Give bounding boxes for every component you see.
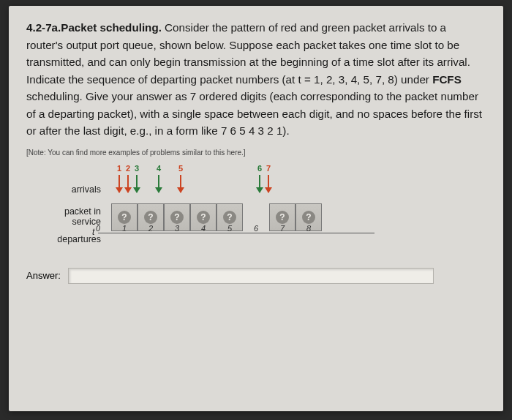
qmark-icon: ? bbox=[197, 211, 210, 224]
arrivals-label: arrivals bbox=[53, 184, 111, 195]
arrival-num-2: 2 bbox=[124, 164, 132, 173]
departures-label: departures bbox=[53, 234, 111, 244]
qmark-icon: ? bbox=[302, 211, 315, 224]
arrival-arrow-2 bbox=[127, 175, 129, 192]
tick-6: 6 bbox=[249, 224, 263, 233]
arrival-num-3: 3 bbox=[132, 164, 141, 173]
arrival-arrow-4 bbox=[158, 175, 159, 192]
qmark-icon: ? bbox=[118, 211, 131, 224]
tick-8: 8 bbox=[301, 224, 316, 233]
arrival-num-1: 1 bbox=[115, 164, 124, 173]
time-axis: t 012345678 bbox=[111, 233, 374, 246]
qmark-icon: ? bbox=[276, 211, 289, 224]
arrival-num-6: 6 bbox=[255, 164, 264, 173]
tick-1: 1 bbox=[117, 224, 132, 233]
qmark-icon: ? bbox=[223, 211, 236, 224]
arrival-arrow-1 bbox=[118, 175, 120, 192]
tick-4: 4 bbox=[196, 224, 211, 233]
note-text: [Note: You can find more examples of pro… bbox=[26, 149, 486, 157]
arrival-num-7: 7 bbox=[264, 164, 273, 173]
tick-0: 0 bbox=[91, 224, 105, 233]
arrival-arrow-3 bbox=[136, 175, 138, 192]
answer-input[interactable] bbox=[68, 268, 434, 284]
arrivals-timeline: 1234567 bbox=[111, 176, 374, 203]
arrival-arrow-5 bbox=[180, 175, 181, 192]
arrival-arrow-7 bbox=[268, 175, 269, 192]
qmark-icon: ? bbox=[144, 211, 157, 224]
tick-2: 2 bbox=[143, 224, 158, 233]
question-text: 4.2-7a.Packet scheduling. Consider the p… bbox=[26, 19, 486, 140]
arrival-arrow-6 bbox=[259, 175, 260, 192]
tick-3: 3 bbox=[170, 224, 184, 233]
answer-label: Answer: bbox=[26, 270, 61, 281]
tick-5: 5 bbox=[222, 224, 237, 233]
arrival-num-4: 4 bbox=[154, 164, 163, 173]
arrival-num-5: 5 bbox=[176, 164, 185, 173]
timing-diagram: arrivals 1234567 packet in service ?????… bbox=[53, 176, 418, 247]
qmark-icon: ? bbox=[170, 211, 184, 224]
tick-7: 7 bbox=[275, 224, 290, 233]
